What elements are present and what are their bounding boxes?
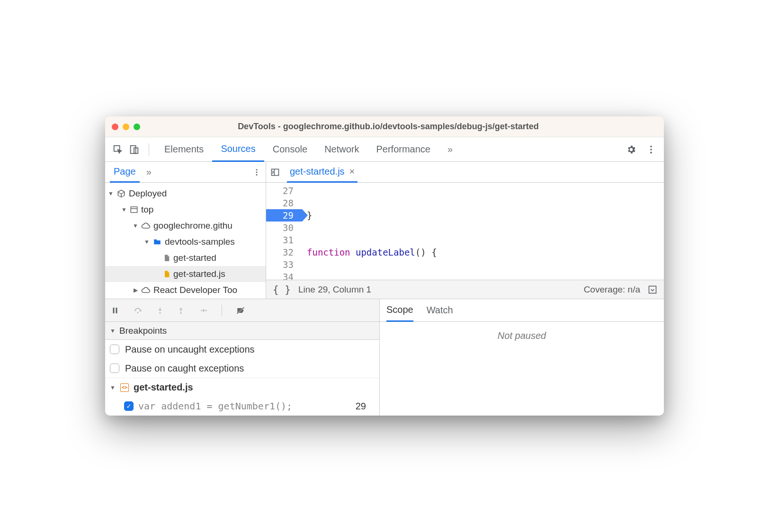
editor-tab-label: get-started.js (290, 166, 345, 177)
svg-point-19 (205, 310, 206, 311)
tree-label: get-started.js (173, 269, 225, 279)
editor-statusbar: { } Line 29, Column 1 Coverage: n/a (266, 280, 664, 299)
line-number[interactable]: 33 (266, 258, 302, 271)
settings-icon[interactable] (624, 142, 638, 157)
breakpoint-file-group[interactable]: ▼ <> get-started.js (105, 378, 379, 397)
pause-uncaught-row[interactable]: Pause on uncaught exceptions (105, 340, 379, 359)
editor-tabbar: get-started.js × (266, 162, 664, 183)
tree-deployed[interactable]: ▼ Deployed (105, 186, 266, 202)
tree-label: googlechrome.githu (153, 221, 232, 231)
checkbox-unchecked[interactable] (110, 364, 119, 373)
pretty-print-icon[interactable]: { } (273, 284, 291, 295)
option-label: Pause on uncaught exceptions (125, 344, 255, 355)
tab-elements[interactable]: Elements (156, 137, 212, 162)
breakpoints-section-header[interactable]: ▼ Breakpoints (105, 322, 379, 340)
not-paused-message: Not paused (380, 322, 664, 350)
cloud-icon (141, 221, 151, 231)
device-toolbar-icon[interactable] (127, 142, 141, 157)
svg-rect-13 (649, 286, 656, 293)
file-tree: ▼ Deployed ▼ top ▼ googlechrome.githu ▼ (105, 183, 266, 299)
divider (149, 143, 149, 156)
navigator-panel: Page » ▼ Deployed ▼ top ▼ (105, 162, 266, 299)
breakpoint-entry[interactable]: ✓ var addend1 = getNumber1(); 29 (105, 397, 379, 416)
svg-point-17 (159, 312, 161, 313)
debugger-toolbar (105, 299, 379, 322)
tree-top[interactable]: ▼ top (105, 202, 266, 218)
tree-origin[interactable]: ▼ googlechrome.githu (105, 218, 266, 234)
step-over-icon[interactable] (133, 306, 143, 315)
close-tab-icon[interactable]: × (349, 166, 355, 177)
show-navigator-icon[interactable] (270, 168, 280, 177)
chevron-down-icon: ▼ (110, 328, 116, 334)
navigator-tab-page[interactable]: Page (110, 162, 140, 183)
svg-rect-15 (116, 308, 117, 313)
right-tabbar: Scope Watch (380, 299, 664, 322)
svg-rect-11 (272, 169, 279, 175)
tree-react-ext[interactable]: ▶ React Developer Too (105, 282, 266, 298)
main-tabs: Elements Sources Console Network Perform… (156, 137, 623, 162)
pause-caught-row[interactable]: Pause on caught exceptions (105, 359, 379, 378)
tab-sources[interactable]: Sources (212, 137, 264, 162)
editor-tab-file[interactable]: get-started.js × (287, 162, 358, 183)
line-gutter[interactable]: 27 28 29 30 31 32 33 34 35 (266, 183, 302, 280)
code-editor[interactable]: 27 28 29 30 31 32 33 34 35 } function up… (266, 183, 664, 280)
step-into-icon[interactable] (156, 306, 164, 315)
option-label: Pause on caught exceptions (125, 363, 244, 374)
minimize-window-button[interactable] (123, 124, 129, 130)
tab-network[interactable]: Network (316, 137, 367, 162)
line-number[interactable]: 32 (266, 246, 302, 258)
line-number[interactable]: 28 (266, 197, 302, 209)
tab-console[interactable]: Console (264, 137, 316, 162)
svg-point-4 (650, 149, 652, 151)
inspect-element-icon[interactable] (111, 142, 125, 157)
cursor-position: Line 29, Column 1 (298, 284, 371, 295)
line-number[interactable]: 34 (266, 271, 302, 280)
checkbox-checked[interactable]: ✓ (124, 401, 134, 411)
svg-rect-1 (131, 145, 136, 153)
checkbox-unchecked[interactable] (110, 345, 119, 354)
navigator-tabbar: Page » (105, 162, 266, 183)
coverage-dropdown-icon[interactable] (648, 285, 657, 294)
chevron-right-icon: ▶ (133, 287, 138, 293)
more-tabs-icon[interactable]: » (439, 137, 461, 162)
tab-watch[interactable]: Watch (427, 299, 453, 322)
pause-icon[interactable] (111, 306, 119, 315)
line-number-breakpoint[interactable]: 29 (266, 209, 302, 222)
scope-watch-panel: Scope Watch Not paused (380, 299, 664, 416)
kebab-menu-icon[interactable] (644, 142, 658, 157)
tree-label: React Developer Too (153, 285, 237, 295)
traffic-lights (112, 124, 140, 130)
maximize-window-button[interactable] (134, 124, 140, 130)
line-number[interactable]: 31 (266, 234, 302, 246)
svg-rect-9 (131, 207, 137, 213)
code-content[interactable]: } function updateLabel() { var addend1 =… (302, 183, 664, 280)
tree-label: top (141, 204, 153, 215)
chevron-down-icon: ▼ (108, 190, 114, 197)
svg-point-8 (256, 174, 258, 175)
divider (222, 305, 222, 316)
tab-performance[interactable]: Performance (368, 137, 439, 162)
tree-file-html[interactable]: get-started (105, 250, 266, 266)
step-icon[interactable] (198, 307, 208, 314)
tree-folder[interactable]: ▼ devtools-samples (105, 234, 266, 250)
window-title: DevTools - googlechrome.github.io/devtoo… (148, 122, 657, 132)
svg-point-3 (650, 145, 652, 147)
section-title: Breakpoints (119, 326, 167, 336)
line-number[interactable]: 30 (266, 222, 302, 234)
tree-file-js[interactable]: get-started.js (105, 266, 266, 282)
js-badge-icon: <> (120, 383, 129, 392)
breakpoint-file-label: get-started.js (134, 382, 193, 393)
js-file-icon (163, 269, 170, 279)
tree-label: Deployed (129, 188, 167, 199)
deactivate-breakpoints-icon[interactable] (235, 306, 246, 315)
close-window-button[interactable] (112, 124, 118, 130)
chevron-down-icon: ▼ (110, 384, 116, 391)
line-number[interactable]: 27 (266, 185, 302, 197)
tab-scope[interactable]: Scope (386, 299, 413, 322)
folder-icon (152, 238, 162, 246)
breakpoint-code: var addend1 = getNumber1(); (138, 400, 292, 412)
cube-icon (116, 189, 126, 198)
step-out-icon[interactable] (177, 306, 185, 315)
navigator-more-tabs-icon[interactable]: » (146, 167, 152, 177)
navigator-menu-icon[interactable] (252, 168, 261, 177)
